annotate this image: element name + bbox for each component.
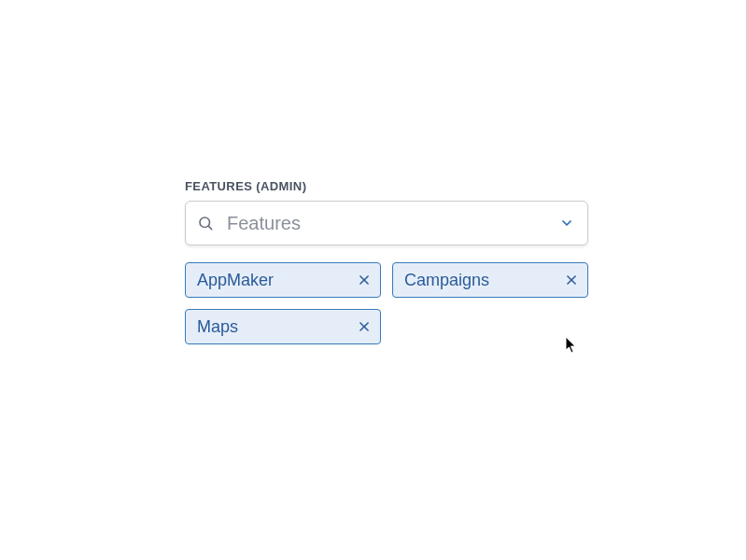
svg-line-1: [208, 226, 212, 230]
close-icon[interactable]: [565, 273, 578, 287]
tag-campaigns[interactable]: Campaigns: [392, 262, 588, 298]
tag-label: Maps: [197, 317, 238, 337]
chevron-down-icon[interactable]: [559, 216, 574, 231]
search-icon: [197, 215, 214, 231]
close-icon[interactable]: [358, 320, 371, 333]
section-label: FEATURES (ADMIN): [185, 179, 588, 193]
tag-appmaker[interactable]: AppMaker: [185, 262, 381, 298]
selected-tags: AppMaker Campaigns Maps: [185, 262, 588, 344]
tag-maps[interactable]: Maps: [185, 309, 381, 344]
close-icon[interactable]: [358, 273, 371, 287]
tag-label: Campaigns: [404, 271, 489, 290]
tag-label: AppMaker: [197, 271, 274, 290]
features-combobox[interactable]: [185, 201, 588, 245]
features-input[interactable]: [227, 213, 550, 234]
